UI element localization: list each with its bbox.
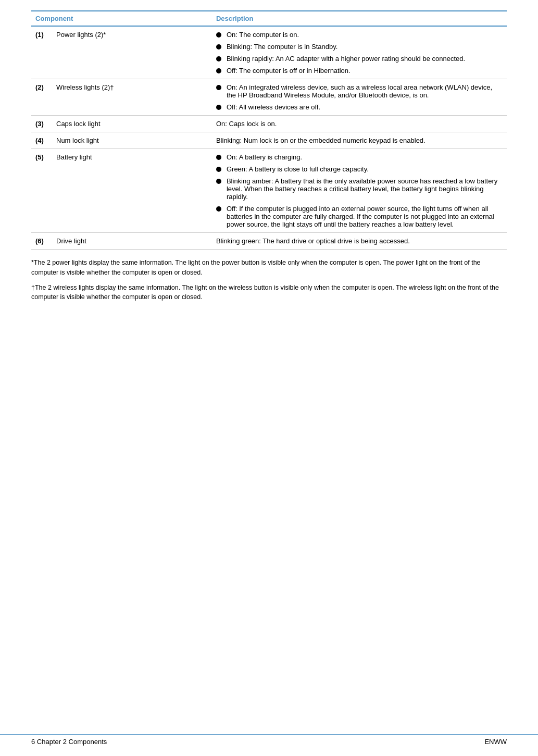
description-text: On: Caps lock is on. bbox=[216, 120, 503, 128]
bullet-list: On: A battery is charging.Green: A batte… bbox=[216, 153, 503, 228]
component-name: Drive light bbox=[56, 237, 86, 245]
table-row: (3)Caps lock lightOn: Caps lock is on. bbox=[31, 116, 507, 132]
component-cell: (6)Drive light bbox=[31, 233, 212, 250]
component-cell: (1)Power lights (2)* bbox=[31, 26, 212, 79]
component-name: Num lock light bbox=[56, 137, 99, 144]
list-item: Blinking amber: A battery that is the on… bbox=[216, 177, 503, 201]
component-number: (4) bbox=[35, 137, 56, 144]
col-header-description: Description bbox=[212, 11, 507, 26]
description-cell: On: An integrated wireless device, such … bbox=[212, 79, 507, 116]
component-cell: (3)Caps lock light bbox=[31, 116, 212, 132]
list-item-text: Off: All wireless devices are off. bbox=[227, 103, 320, 111]
description-text: Blinking: Num lock is on or the embedded… bbox=[216, 137, 503, 144]
bullet-icon bbox=[216, 105, 221, 110]
component-name: Caps lock light bbox=[56, 120, 101, 128]
bullet-icon bbox=[216, 85, 221, 90]
list-item: On: A battery is charging. bbox=[216, 153, 503, 161]
description-text: Blinking green: The hard drive or optica… bbox=[216, 237, 503, 245]
bullet-icon bbox=[216, 32, 221, 38]
bullet-icon bbox=[216, 44, 221, 49]
list-item-text: Green: A battery is close to full charge… bbox=[227, 165, 369, 173]
bullet-icon bbox=[216, 206, 221, 212]
list-item: Off: The computer is off or in Hibernati… bbox=[216, 67, 503, 75]
bullet-icon bbox=[216, 179, 221, 184]
list-item: Blinking: The computer is in Standby. bbox=[216, 43, 503, 51]
component-name: Wireless lights (2)† bbox=[56, 83, 114, 91]
list-item: Off: All wireless devices are off. bbox=[216, 103, 503, 111]
table-row: (6)Drive lightBlinking green: The hard d… bbox=[31, 233, 507, 250]
list-item-text: Blinking amber: A battery that is the on… bbox=[227, 177, 503, 201]
list-item-text: Off: The computer is off or in Hibernati… bbox=[227, 67, 351, 75]
list-item-text: Blinking rapidly: An AC adapter with a h… bbox=[227, 55, 465, 63]
list-item-text: On: The computer is on. bbox=[227, 31, 299, 39]
col-header-component: Component bbox=[31, 11, 212, 26]
component-number: (1) bbox=[35, 31, 56, 39]
bullet-icon bbox=[216, 68, 221, 73]
table-row: (2)Wireless lights (2)†On: An integrated… bbox=[31, 79, 507, 116]
components-table: Component Description (1)Power lights (2… bbox=[31, 10, 507, 250]
list-item: Off: If the computer is plugged into an … bbox=[216, 205, 503, 228]
list-item-text: Off: If the computer is plugged into an … bbox=[227, 205, 503, 228]
component-cell: (5)Battery light bbox=[31, 149, 212, 233]
list-item-text: On: A battery is charging. bbox=[227, 153, 302, 161]
page-content: Component Description (1)Power lights (2… bbox=[0, 0, 538, 339]
component-cell: (4)Num lock light bbox=[31, 132, 212, 149]
component-name: Battery light bbox=[56, 153, 92, 161]
component-number: (2) bbox=[35, 83, 56, 91]
description-cell: On: A battery is charging.Green: A batte… bbox=[212, 149, 507, 233]
bullet-list: On: An integrated wireless device, such … bbox=[216, 83, 503, 111]
list-item: On: An integrated wireless device, such … bbox=[216, 83, 503, 99]
component-number: (6) bbox=[35, 237, 56, 245]
component-cell: (2)Wireless lights (2)† bbox=[31, 79, 212, 116]
list-item-text: On: An integrated wireless device, such … bbox=[227, 83, 503, 99]
list-item-text: Blinking: The computer is in Standby. bbox=[227, 43, 337, 51]
bullet-list: On: The computer is on.Blinking: The com… bbox=[216, 31, 503, 75]
description-cell: Blinking green: The hard drive or optica… bbox=[212, 233, 507, 250]
list-item: Blinking rapidly: An AC adapter with a h… bbox=[216, 55, 503, 63]
table-row: (1)Power lights (2)*On: The computer is … bbox=[31, 26, 507, 79]
component-number: (3) bbox=[35, 120, 56, 128]
bullet-icon bbox=[216, 167, 221, 172]
footer-right: ENWW bbox=[484, 738, 507, 746]
list-item: Green: A battery is close to full charge… bbox=[216, 165, 503, 173]
description-cell: Blinking: Num lock is on or the embedded… bbox=[212, 132, 507, 149]
page-footer: 6 Chapter 2 Components ENWW bbox=[0, 734, 538, 746]
description-cell: On: The computer is on.Blinking: The com… bbox=[212, 26, 507, 79]
footnotes-section: *The 2 power lights display the same inf… bbox=[31, 258, 507, 302]
bullet-icon bbox=[216, 56, 221, 61]
footnote-star: *The 2 power lights display the same inf… bbox=[31, 258, 507, 278]
footer-left: 6 Chapter 2 Components bbox=[31, 738, 107, 746]
component-number: (5) bbox=[35, 153, 56, 161]
component-name: Power lights (2)* bbox=[56, 31, 106, 39]
bullet-icon bbox=[216, 155, 221, 160]
table-row: (5)Battery lightOn: A battery is chargin… bbox=[31, 149, 507, 233]
list-item: On: The computer is on. bbox=[216, 31, 503, 39]
table-row: (4)Num lock lightBlinking: Num lock is o… bbox=[31, 132, 507, 149]
description-cell: On: Caps lock is on. bbox=[212, 116, 507, 132]
footnote-dagger: †The 2 wireless lights display the same … bbox=[31, 283, 507, 303]
